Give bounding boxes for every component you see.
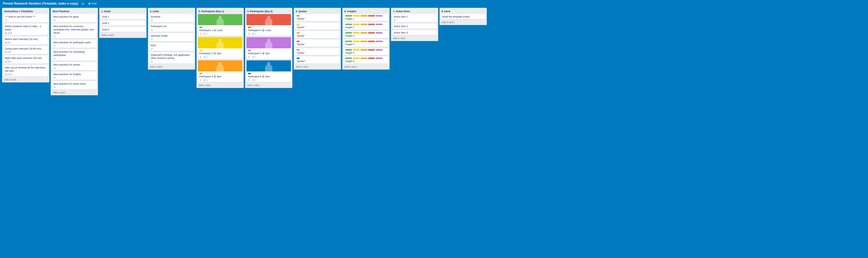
label-orange[interactable] [361,24,367,25]
add-card-button[interactable]: Add a card... [2,77,49,82]
card[interactable]: Best practices for insights [52,71,96,80]
card[interactable]: Participant List [149,24,194,32]
card[interactable]: Participant 3 @ 4pm1 [198,60,242,82]
list-title[interactable]: 6. Insights [344,10,356,13]
card[interactable]: Best practices for scheduling participan… [52,49,96,61]
add-card-button[interactable]: Add a card... [342,64,390,69]
card[interactable]: Action Item 1 [392,14,437,22]
list-title[interactable]: 4. Participants (Day 2) [247,10,273,13]
add-card-button[interactable]: Add a card... [99,32,147,38]
list-menu-button[interactable] [481,9,485,13]
list-menu-button[interactable] [433,9,437,13]
label-red[interactable] [368,41,375,42]
label-red[interactable] [368,49,375,51]
card[interactable]: Best practices for action items [52,81,96,89]
card[interactable]: Participant 4 @ 11am1 [247,14,291,36]
star-button[interactable] [80,2,85,5]
card[interactable]: Insight 6 [344,57,388,64]
card[interactable]: Insight 5 [344,48,388,55]
list-menu-button[interactable] [92,9,96,13]
label-orange[interactable] [361,49,367,51]
label-purple[interactable] [376,24,383,25]
label-yellow[interactable] [297,24,300,25]
card[interactable]: Best practices for quotes [52,62,96,70]
card[interactable]: Insight 3 [344,31,388,38]
label-red[interactable] [368,15,375,17]
card[interactable]: Right after each interview (30 min)0/9 [3,55,48,64]
list-title[interactable]: 1. Goals [101,10,111,13]
card[interactable]: Goal 3 [101,27,145,32]
label-orange[interactable] [361,32,367,33]
label-red[interactable] [368,58,375,59]
card[interactable]: Participant 2 @ 2pm1 [198,37,242,59]
card[interactable]: During each interview (20-60 min)0/5 [3,46,48,54]
card[interactable]: Read the template board! [441,14,485,19]
label-yellow[interactable] [353,41,360,42]
label-purple[interactable] [297,49,300,51]
list-menu-button[interactable] [335,9,340,13]
card[interactable]: Goal 2 [101,21,145,26]
card[interactable]: Goal 1 [101,14,145,19]
label-green[interactable] [345,41,352,42]
card[interactable]: Best practices for participant cards [52,40,96,48]
label-green[interactable] [345,58,352,59]
card[interactable]: "Quote." [295,14,340,21]
card[interactable]: (Optional) Prototype, live application, … [149,52,194,64]
list-menu-button[interactable] [238,9,242,13]
card[interactable]: Insight 1 [344,14,388,21]
visibility-button[interactable]: Public [87,2,98,5]
card[interactable]: NDA [149,43,194,51]
label-yellow[interactable] [353,32,360,33]
card[interactable]: "Quote!" [295,57,340,64]
card[interactable]: Participant 1 @ 11am1 [198,14,242,36]
card[interactable]: Best practices for screeners, participan… [52,24,96,38]
list-menu-button[interactable] [141,9,145,13]
list-title[interactable]: Instructions + Checklists [4,10,33,13]
label-red[interactable] [297,41,300,42]
label-purple[interactable] [376,58,383,59]
add-card-button[interactable]: Add a card... [245,82,292,88]
card[interactable]: *** How to use this board *** [3,14,48,22]
label-yellow[interactable] [353,24,360,25]
add-card-button[interactable]: Add a card... [294,64,341,69]
list-title[interactable]: 5. Quotes [296,10,307,13]
card[interactable]: Before each interview (20 min)0/7 [3,36,48,45]
label-yellow[interactable] [353,58,360,59]
label-green[interactable] [345,15,352,17]
card[interactable]: Screener [149,14,194,22]
list-title[interactable]: 7. Action Items [393,10,410,13]
list-title[interactable]: Best Practices [53,10,70,13]
label-orange[interactable] [361,58,367,59]
list-menu-button[interactable] [190,9,194,13]
card[interactable]: Action Item 2 [392,24,437,29]
label-purple[interactable] [248,50,251,51]
list-title[interactable]: 3. Participants (Day 1) [198,10,224,13]
card[interactable]: Action Item 3 [392,30,437,35]
label-orange[interactable] [297,32,300,33]
card[interactable]: After you've finished all the interviews… [3,65,48,77]
label-green[interactable] [345,32,352,33]
card[interactable]: "Quote." [295,31,340,38]
card[interactable]: Insight 2 [344,23,388,30]
card[interactable]: Participant 6 @ 4pm1 [247,60,291,82]
label-purple[interactable] [376,49,383,51]
label-orange[interactable] [361,15,367,17]
label-yellow[interactable] [199,50,203,51]
add-card-button[interactable]: Add a card... [391,35,438,41]
list-menu-button[interactable] [287,9,291,13]
card[interactable]: "Quote." [295,40,340,47]
label-yellow[interactable] [353,49,360,51]
label-purple[interactable] [376,32,383,33]
card[interactable]: Best practices for goals [52,14,96,22]
card[interactable]: Insight 4 [344,40,388,47]
label-green[interactable] [345,24,352,25]
label-red[interactable] [368,32,375,33]
label-green[interactable] [199,27,203,28]
label-orange[interactable] [361,41,367,42]
add-card-button[interactable]: Add a card... [196,82,244,88]
label-red[interactable] [248,27,251,28]
add-card-button[interactable]: Add a card... [439,20,487,25]
label-purple[interactable] [376,41,383,42]
list-title[interactable]: 2. Links [150,10,159,13]
label-blue[interactable] [297,58,300,59]
